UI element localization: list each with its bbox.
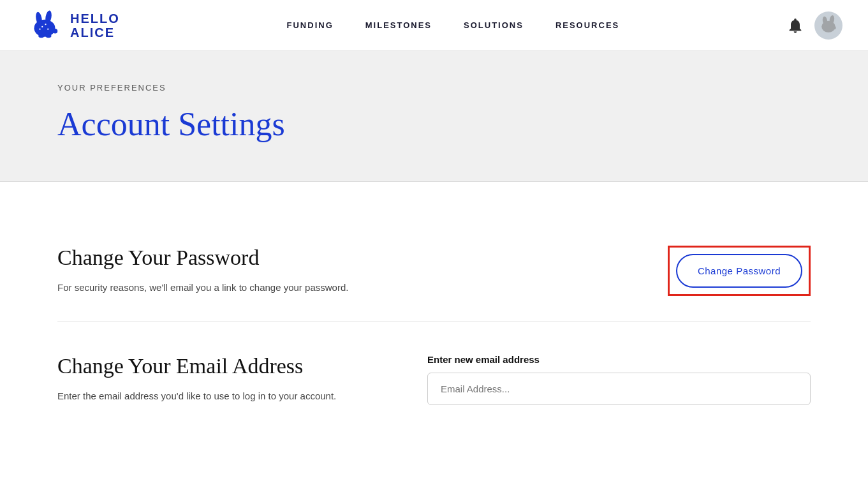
password-section-right: Change Password: [642, 246, 811, 296]
svg-point-8: [53, 28, 58, 33]
navbar-right: [786, 11, 842, 40]
breadcrumb: Your Preferences: [57, 83, 811, 93]
svg-point-14: [832, 26, 835, 29]
email-section-right: Enter new email address: [427, 354, 811, 405]
rabbit-icon: [26, 10, 64, 41]
logo-text: HELLO ALICE: [70, 11, 120, 40]
password-section: Change Your Password For security reason…: [57, 220, 811, 322]
email-section-inner: Change Your Email Address Enter the emai…: [57, 354, 811, 405]
navbar-left: HELLO ALICE: [26, 10, 120, 41]
password-section-title: Change Your Password: [57, 246, 504, 270]
notification-icon[interactable]: [786, 17, 804, 34]
nav-solutions[interactable]: SOLUTIONS: [464, 20, 524, 30]
email-section-left: Change Your Email Address Enter the emai…: [57, 354, 376, 404]
navbar: HELLO ALICE FUNDING MILESTONES SOLUTIONS…: [0, 0, 868, 51]
email-section: Change Your Email Address Enter the emai…: [57, 322, 811, 437]
change-password-button[interactable]: Change Password: [676, 254, 802, 288]
email-input[interactable]: [427, 373, 811, 405]
password-section-description: For security reasons, we'll email you a …: [57, 280, 504, 295]
nav-milestones[interactable]: MILESTONES: [365, 20, 432, 30]
email-section-title: Change Your Email Address: [57, 354, 376, 378]
svg-point-5: [45, 24, 46, 25]
nav-resources[interactable]: RESOURCES: [555, 20, 619, 30]
logo-alice: ALICE: [70, 26, 120, 40]
navbar-center: FUNDING MILESTONES SOLUTIONS RESOURCES: [287, 20, 620, 30]
svg-point-10: [46, 34, 52, 38]
logo-hello: HELLO: [70, 11, 120, 26]
avatar-icon: [817, 14, 840, 37]
avatar[interactable]: [814, 11, 842, 40]
svg-point-7: [47, 28, 48, 29]
hero-section: Your Preferences Account Settings: [0, 51, 868, 182]
page-title: Account Settings: [57, 105, 811, 143]
main-content: Change Your Password For security reason…: [0, 182, 868, 475]
email-input-label: Enter new email address: [427, 354, 811, 365]
change-password-highlight: Change Password: [668, 246, 811, 296]
password-section-left: Change Your Password For security reason…: [57, 246, 504, 295]
logo-link[interactable]: HELLO ALICE: [26, 10, 120, 41]
svg-point-4: [41, 26, 43, 27]
email-section-description: Enter the email address you'd like to us…: [57, 389, 376, 404]
svg-point-6: [39, 28, 40, 29]
nav-funding[interactable]: FUNDING: [287, 20, 334, 30]
svg-point-9: [38, 34, 44, 38]
